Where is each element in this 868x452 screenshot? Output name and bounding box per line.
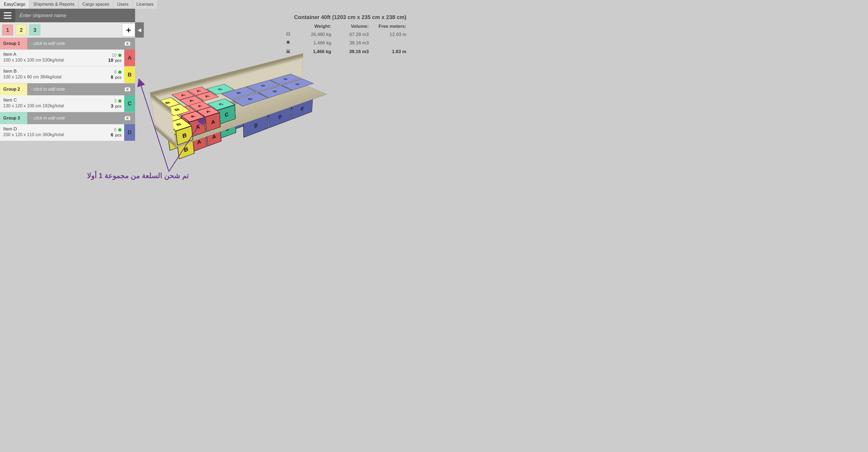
tab-users[interactable]: Users xyxy=(113,0,133,9)
group-chip-1[interactable]: 1 xyxy=(2,25,13,35)
qty-loaded: 8 xyxy=(111,75,113,80)
item-row[interactable]: Item C130 x 120 x 100 cm 192kg/total33 p… xyxy=(0,95,135,112)
item-letter-badge: C xyxy=(124,95,135,112)
group-header[interactable]: Group 2- click to edit note+ xyxy=(0,83,135,95)
loaded-icon xyxy=(280,39,291,47)
add-item-icon[interactable]: + xyxy=(120,86,135,92)
qty-requested: 3 xyxy=(114,99,117,103)
item-dims: 100 x 120 x 90 cm 384kg/total xyxy=(3,75,98,79)
group-label: Group 1 xyxy=(0,38,27,50)
qty-requested: 10 xyxy=(112,53,117,58)
tab-licenses[interactable]: Licenses xyxy=(133,0,158,9)
add-item-icon[interactable]: + xyxy=(120,40,135,46)
status-dot-icon xyxy=(118,128,121,131)
item-main: Item B100 x 120 x 90 cm 384kg/total xyxy=(0,66,101,83)
svg-text:+: + xyxy=(125,41,127,45)
add-item-icon[interactable]: + xyxy=(120,115,135,121)
qty-requested: 8 xyxy=(114,70,117,75)
item-letter-badge: B xyxy=(124,66,135,83)
header-volume: Volume: xyxy=(333,23,369,30)
item-row[interactable]: Item B100 x 120 x 90 cm 384kg/total88 pc… xyxy=(0,66,135,83)
group-chip-2[interactable]: 2 xyxy=(16,25,27,35)
item-qty: 1010 pcs xyxy=(101,50,124,66)
item-name: Item D xyxy=(3,126,98,132)
item-letter-badge: A xyxy=(124,50,135,66)
item-dims: 130 x 120 x 100 cm 192kg/total xyxy=(3,103,98,108)
svg-text:+: + xyxy=(125,116,127,120)
utilized-volume: 39.16 m3 xyxy=(333,48,369,56)
item-row[interactable]: Item A100 x 100 x 100 cm 530kg/total1010… xyxy=(0,50,135,66)
item-row[interactable]: Item D200 x 120 x 110 cm 360kg/total66 p… xyxy=(0,124,135,141)
status-dot-icon xyxy=(118,70,121,74)
group-note[interactable]: - click to edit note xyxy=(27,41,120,46)
container-title: Container 40ft (1203 cm x 235 cm x 238 c… xyxy=(280,13,406,21)
collapse-panel-button[interactable]: ◀ xyxy=(135,22,144,38)
qty-loaded: 10 xyxy=(108,58,113,63)
svg-rect-4 xyxy=(287,51,289,53)
pcs-label: pcs xyxy=(115,58,121,63)
container-3d-view[interactable]: BBBBBBBBBBBBAAAAAAAAAAAAAAAAAAAAAAAACCCC… xyxy=(174,68,349,183)
utilized-free: 1.63 m xyxy=(371,48,406,56)
status-dot-icon xyxy=(118,99,121,103)
utilized-icon xyxy=(280,48,291,56)
pcs-label: pcs xyxy=(115,104,121,108)
add-group-button[interactable]: + xyxy=(122,24,135,36)
item-qty: 66 pcs xyxy=(101,124,124,141)
svg-text:+: + xyxy=(125,87,127,91)
item-main: Item C130 x 120 x 100 cm 192kg/total xyxy=(0,95,101,112)
group-chips-row: 1 2 3 + ◀ xyxy=(0,22,135,38)
capacity-volume: 67.28 m3 xyxy=(333,31,369,39)
group-note[interactable]: - click to edit note xyxy=(27,87,120,92)
item-qty: 88 pcs xyxy=(101,66,124,83)
shipment-bar xyxy=(0,9,135,22)
item-name: Item B xyxy=(3,69,98,74)
loaded-free xyxy=(371,39,406,47)
header-free: Free meters: xyxy=(371,23,406,30)
capacity-free: 12.03 m xyxy=(371,31,406,39)
left-panel: 1 2 3 + ◀ Group 1- click to edit note+It… xyxy=(0,9,135,141)
group-header[interactable]: Group 1- click to edit note+ xyxy=(0,38,135,50)
group-header[interactable]: Group 3- click to edit note+ xyxy=(0,112,135,124)
pcs-label: pcs xyxy=(115,133,121,137)
tab-shipments-reports[interactable]: Shipments & Reports xyxy=(29,0,79,9)
tab-easycargo[interactable]: EasyCargo xyxy=(0,0,29,9)
group-label: Group 3 xyxy=(0,112,27,124)
status-dot-icon xyxy=(118,54,121,57)
item-main: Item A100 x 100 x 100 cm 530kg/total xyxy=(0,50,101,66)
top-tabs: EasyCargo Shipments & Reports Cargo spac… xyxy=(0,0,412,9)
qty-requested: 6 xyxy=(114,127,117,132)
item-name: Item A xyxy=(3,52,98,57)
item-name: Item C xyxy=(3,97,98,103)
group-note[interactable]: - click to edit note xyxy=(27,116,120,121)
capacity-weight: 26,480 kg xyxy=(293,31,331,39)
pcs-label: pcs xyxy=(115,75,121,79)
item-dims: 200 x 120 x 110 cm 360kg/total xyxy=(3,132,98,137)
qty-loaded: 3 xyxy=(111,103,113,109)
menu-icon[interactable] xyxy=(0,9,15,22)
item-letter-badge: D xyxy=(124,124,135,141)
tab-cargo-spaces[interactable]: Cargo spaces xyxy=(79,0,113,9)
item-dims: 100 x 100 x 100 cm 530kg/total xyxy=(3,58,98,63)
group-label: Group 2 xyxy=(0,83,27,95)
qty-loaded: 6 xyxy=(111,132,113,137)
annotation-text: تم شحن السلعة من مجموعة 1 أولا xyxy=(87,171,189,180)
capacity-icon xyxy=(280,31,291,39)
header-weight: Weight: xyxy=(293,23,331,30)
container-info-panel: Container 40ft (1203 cm x 235 cm x 238 c… xyxy=(280,13,406,56)
svg-rect-3 xyxy=(287,41,289,43)
item-main: Item D200 x 120 x 110 cm 360kg/total xyxy=(0,124,101,141)
group-chip-3[interactable]: 3 xyxy=(29,25,40,35)
item-qty: 33 pcs xyxy=(101,95,124,112)
loaded-volume: 39.16 m3 xyxy=(333,39,369,47)
loaded-weight: 1,466 kg xyxy=(293,39,331,47)
shipment-name-input[interactable] xyxy=(15,13,135,19)
